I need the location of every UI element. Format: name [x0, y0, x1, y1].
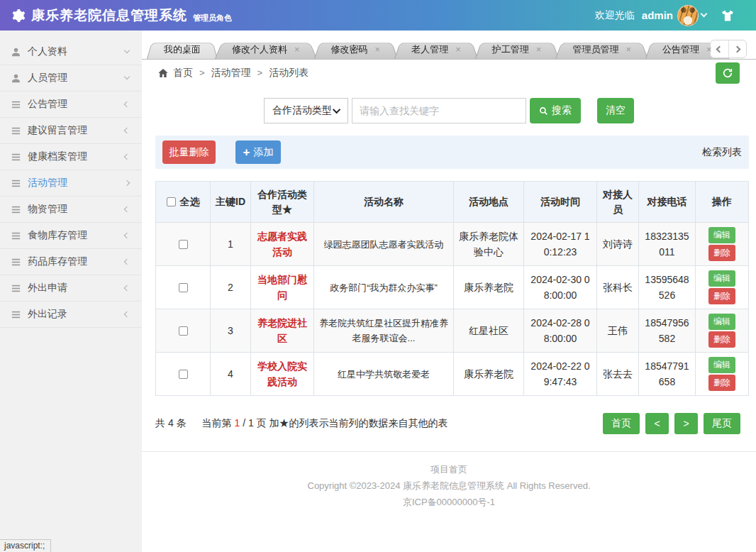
chevron-left-icon [124, 233, 130, 238]
sidebar-item-11[interactable]: 外出记录 [0, 302, 142, 328]
chevron-down-icon [124, 74, 130, 79]
breadcrumb-module[interactable]: 活动管理 [211, 67, 251, 79]
search-icon [539, 106, 548, 116]
last-page-button[interactable]: 尾页 [704, 413, 740, 434]
tab-2[interactable]: 修改个人资料× [215, 40, 317, 59]
breadcrumb: 首页 > 活动管理 > 活动列表 [142, 60, 756, 86]
chevron-left-icon [124, 259, 130, 265]
app-title: 康乐养老院信息管理系统 [31, 6, 187, 25]
sidebar-item-4[interactable]: 建议留言管理 [0, 118, 142, 144]
activity-place-cell: 康乐养老院 [454, 353, 524, 396]
sidebar-item-10[interactable]: 外出申请 [0, 275, 142, 302]
activity-type-link[interactable]: 养老院进社区 [257, 317, 307, 344]
menu-icon [11, 204, 21, 215]
sidebar-item-3[interactable]: 公告管理 [0, 92, 142, 118]
sidebar-item-5[interactable]: 健康档案管理 [0, 144, 142, 170]
activity-type-link[interactable]: 志愿者实践活动 [257, 231, 307, 258]
row-checkbox[interactable] [179, 240, 188, 249]
batch-delete-button[interactable]: 批量删除 [162, 140, 216, 164]
footer-home-link[interactable]: 项目首页 [142, 461, 756, 478]
row-checkbox[interactable] [179, 283, 188, 292]
sidebar-item-2[interactable]: 人员管理 [0, 65, 142, 92]
tab-4[interactable]: 老人管理× [394, 40, 478, 59]
add-button[interactable]: +添加 [235, 140, 281, 164]
activity-name-cell: 养老院共筑红星社区提升精准养老服务联谊会... [314, 309, 454, 353]
tab-close-icon[interactable]: × [375, 44, 381, 55]
panel-toolbar: 批量删除 +添加 检索列表 [155, 136, 749, 169]
tab-label: 护工管理 [492, 44, 529, 55]
topbar-right: 欢迎光临 admin [595, 5, 756, 26]
footer-divider [142, 451, 756, 452]
sidebar-item-9[interactable]: 药品库存管理 [0, 249, 142, 275]
select-all-label: 全选 [180, 196, 200, 207]
column-header: 操作 [696, 182, 749, 223]
tab-6[interactable]: 管理员管理× [555, 40, 648, 59]
chevron-left-icon [124, 285, 130, 291]
breadcrumb-page[interactable]: 活动列表 [269, 67, 308, 79]
tab-1[interactable]: 我的桌面 [147, 40, 218, 59]
search-button[interactable]: 搜索 [530, 98, 581, 123]
tab-label: 公告管理 [662, 44, 699, 55]
tab-3[interactable]: 修改密码× [314, 40, 398, 59]
delete-button[interactable]: 删除 [708, 375, 735, 391]
first-page-button[interactable]: 首页 [603, 413, 640, 434]
row-checkbox[interactable] [179, 326, 188, 336]
breadcrumb-home[interactable]: 首页 [173, 67, 193, 79]
tab-close-icon[interactable]: × [626, 44, 631, 55]
row-select-cell [156, 223, 211, 266]
top-header: 康乐养老院信息管理系统 管理员角色 欢迎光临 admin [0, 0, 756, 31]
tab-5[interactable]: 护工管理× [475, 40, 559, 59]
activity-time-cell: 2024-02-22 09:47:43 [524, 353, 597, 396]
refresh-button[interactable] [716, 62, 740, 84]
column-header: 合作活动类型★ [251, 182, 314, 223]
sidebar-item-8[interactable]: 食物库存管理 [0, 223, 142, 249]
total-count: 共 4 条 [155, 417, 187, 430]
menu-icon [11, 126, 21, 136]
username: admin [642, 9, 673, 21]
chevron-left-icon [124, 311, 130, 317]
sidebar-item-6[interactable]: 活动管理 [0, 170, 142, 197]
contact-phone-cell: 18547956582 [639, 309, 696, 353]
activity-time-cell: 2024-02-30 08:00:00 [524, 266, 597, 309]
current-page: 1 [234, 417, 240, 429]
delete-button[interactable]: 删除 [708, 288, 735, 304]
edit-button[interactable]: 编辑 [708, 357, 735, 373]
edit-button[interactable]: 编辑 [708, 270, 735, 287]
main-content: 我的桌面修改个人资料×修改密码×老人管理×护工管理×管理员管理×公告管理× 首页… [142, 31, 756, 552]
chevron-down-icon[interactable] [701, 11, 708, 18]
select-all-checkbox[interactable] [167, 197, 176, 206]
edit-button[interactable]: 编辑 [708, 314, 735, 330]
plus-icon: + [243, 146, 250, 158]
activity-time-cell: 2024-02-17 10:12:23 [524, 223, 597, 266]
contact-person-cell: 张科长 [597, 266, 639, 309]
delete-button[interactable]: 删除 [708, 245, 735, 261]
sidebar-item-7[interactable]: 物资管理 [0, 197, 142, 223]
tab-scroll-left-button[interactable] [711, 40, 728, 57]
tab-scroll-right-button[interactable] [728, 40, 747, 57]
sidebar-item-label: 公告管理 [28, 98, 125, 111]
search-input[interactable] [352, 98, 526, 123]
delete-button[interactable]: 删除 [708, 331, 735, 348]
pagination-bar: 共 4 条 当前第 1 / 1 页 加★的列表示当前列的数据来自其他的表 首页 … [155, 413, 740, 434]
activity-type-link[interactable]: 学校入院实践活动 [257, 360, 307, 387]
tab-label: 老人管理 [411, 44, 448, 55]
list-panel: 批量删除 +添加 检索列表 全选主键ID合作活动类型★活动名称活动地点活动时间对… [155, 136, 749, 434]
tab-close-icon[interactable]: × [706, 44, 712, 55]
home-icon [157, 67, 169, 79]
prev-page-button[interactable]: < [645, 413, 669, 434]
tab-close-icon[interactable]: × [536, 44, 542, 55]
clear-button[interactable]: 清空 [597, 98, 634, 123]
sidebar-item-label: 活动管理 [28, 177, 125, 189]
tab-close-icon[interactable]: × [455, 44, 461, 55]
next-page-button[interactable]: > [674, 413, 698, 434]
activity-place-cell: 康乐养老院体验中心 [454, 223, 524, 266]
tab-close-icon[interactable]: × [294, 44, 300, 55]
avatar[interactable] [677, 5, 699, 26]
type-select[interactable]: 合作活动类型 [264, 98, 348, 123]
theme-shirt-icon[interactable] [721, 9, 735, 23]
edit-button[interactable]: 编辑 [708, 227, 735, 243]
sidebar-item-1[interactable]: 个人资料 [0, 39, 142, 65]
activity-type-link[interactable]: 当地部门慰问 [257, 274, 307, 301]
type-select-value: 合作活动类型 [272, 104, 332, 117]
row-checkbox[interactable] [179, 370, 188, 379]
